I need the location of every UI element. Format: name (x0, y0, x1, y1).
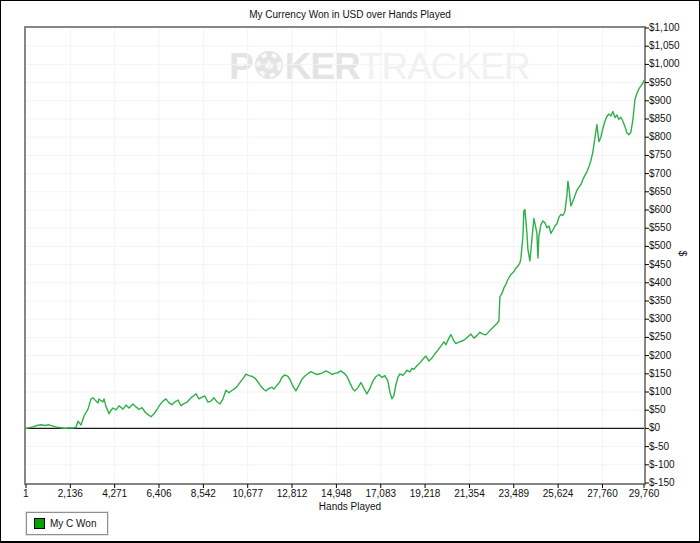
legend-item-my-c-won[interactable]: My C Won (26, 512, 108, 535)
chart-plot-area[interactable] (1, 1, 700, 543)
x-axis-title: Hands Played (1, 501, 699, 512)
legend-label: My C Won (50, 518, 97, 529)
chart-title: My Currency Won in USD over Hands Played (1, 9, 699, 20)
chart-window: My Currency Won in USD over Hands Played… (0, 0, 700, 543)
legend-swatch-icon (34, 518, 45, 529)
y-axis-title: $ (677, 251, 688, 257)
series-line-my-c-won (26, 80, 644, 428)
plot-border (25, 27, 645, 484)
